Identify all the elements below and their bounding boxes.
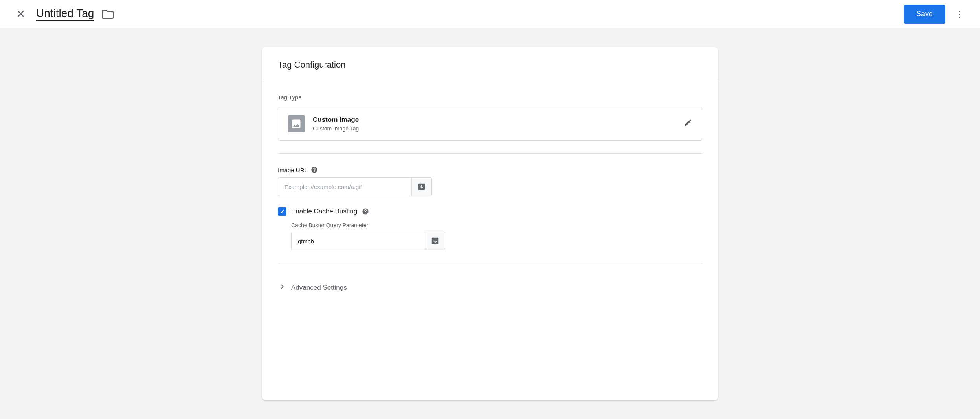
- tag-type-label: Tag Type: [278, 94, 702, 101]
- page-title: Untitled Tag: [36, 7, 94, 21]
- cache-buster-add-button[interactable]: [425, 232, 445, 250]
- edit-tag-type-icon[interactable]: [684, 118, 692, 129]
- image-url-section: Image URL: [278, 166, 702, 196]
- folder-icon[interactable]: [102, 9, 114, 19]
- tag-type-icon: [288, 115, 305, 132]
- cache-buster-param-section: Cache Buster Query Parameter: [291, 222, 702, 250]
- header: ✕ Untitled Tag Save ⋮: [0, 0, 980, 28]
- tag-type-section: Tag Type Custom Image Custom Image Tag: [278, 94, 702, 141]
- tag-type-description: Custom Image Tag: [313, 125, 359, 132]
- more-options-button[interactable]: ⋮: [952, 6, 967, 22]
- header-right: Save ⋮: [904, 5, 967, 24]
- image-icon: [291, 118, 302, 129]
- divider-2: [278, 263, 702, 263]
- cache-busting-checkbox[interactable]: ✓: [278, 207, 286, 216]
- cache-busting-section: ✓ Enable Cache Busting Cache Buster Quer…: [278, 207, 702, 250]
- tag-type-left: Custom Image Custom Image Tag: [288, 115, 359, 132]
- image-url-label-row: Image URL: [278, 166, 702, 173]
- close-button[interactable]: ✕: [13, 6, 28, 22]
- card-header: Tag Configuration: [262, 47, 718, 81]
- image-url-input-row: [278, 177, 702, 196]
- image-url-help-icon[interactable]: [311, 166, 318, 173]
- tag-config-card: Tag Configuration Tag Type Custom Image: [262, 47, 718, 400]
- image-url-input[interactable]: [278, 177, 411, 196]
- cache-buster-input-row: [291, 232, 702, 250]
- save-button[interactable]: Save: [904, 5, 945, 24]
- checkmark-icon: ✓: [280, 209, 285, 215]
- card-title: Tag Configuration: [278, 60, 345, 70]
- cache-busting-label: Enable Cache Busting: [291, 208, 357, 215]
- plus-icon: [417, 182, 426, 191]
- more-icon: ⋮: [955, 9, 964, 20]
- header-left: ✕ Untitled Tag: [13, 6, 114, 22]
- tag-type-selector[interactable]: Custom Image Custom Image Tag: [278, 107, 702, 141]
- divider-1: [278, 153, 702, 154]
- cache-buster-param-input[interactable]: [291, 232, 425, 250]
- advanced-settings-label: Advanced Settings: [291, 284, 347, 292]
- image-url-label: Image URL: [278, 167, 308, 173]
- tag-type-name: Custom Image: [313, 116, 359, 124]
- cache-busting-checkbox-row: ✓ Enable Cache Busting: [278, 207, 702, 216]
- chevron-right-icon: [278, 282, 286, 293]
- advanced-settings-row[interactable]: Advanced Settings: [278, 276, 702, 300]
- tag-type-info: Custom Image Custom Image Tag: [313, 116, 359, 132]
- cache-busting-help-icon[interactable]: [362, 208, 369, 215]
- plus-icon-2: [431, 237, 439, 245]
- card-body: Tag Type Custom Image Custom Image Tag: [262, 81, 718, 312]
- image-url-add-button[interactable]: [411, 177, 432, 196]
- main-content: Tag Configuration Tag Type Custom Image: [0, 28, 980, 419]
- cache-buster-param-label: Cache Buster Query Parameter: [291, 222, 702, 228]
